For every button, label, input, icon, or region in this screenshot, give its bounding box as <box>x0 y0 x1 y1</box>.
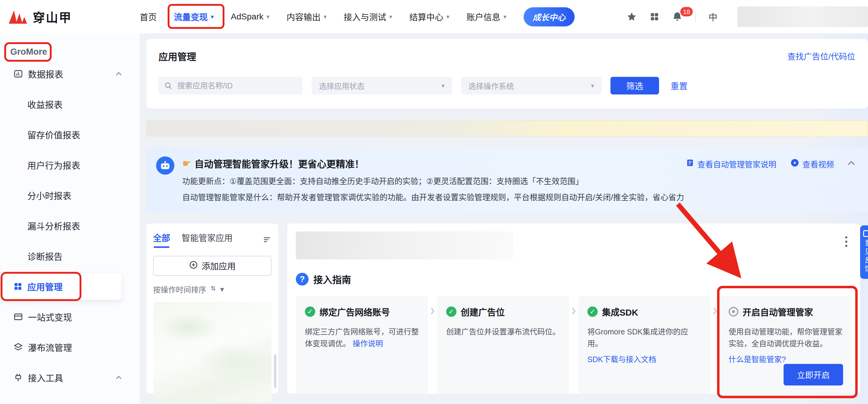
sidebar-item-retention-value-report[interactable]: 留存价值报表 <box>0 119 140 150</box>
integration-guide-header: ? 接入指南 <box>296 272 851 286</box>
nav-item-home[interactable]: 首页 <box>140 11 157 23</box>
reset-button[interactable]: 重置 <box>671 80 688 92</box>
nav-item-account-info[interactable]: 账户信息 ▾ <box>466 11 506 23</box>
star-icon[interactable] <box>626 11 637 22</box>
question-icon: ? <box>296 273 309 285</box>
nav-item-monetization[interactable]: 流量变现 ▾ <box>174 11 214 23</box>
topbar-utilities: 18 中 <box>626 6 868 27</box>
sidebar-item-diagnosis-report[interactable]: 诊断报告 <box>0 241 140 271</box>
chevron-right-icon <box>569 296 578 394</box>
nav-item-content-output[interactable]: 内容输出 ▾ <box>287 11 327 23</box>
plug-icon <box>13 373 23 382</box>
chevron-down-icon: ▾ <box>211 13 214 20</box>
list-filter-icon[interactable] <box>262 235 272 244</box>
chevron-up-icon <box>116 72 122 76</box>
circle-plus-icon <box>189 260 198 272</box>
nav-item-settlement-center[interactable]: 结算中心 ▾ <box>409 11 450 23</box>
play-icon <box>790 158 799 169</box>
banner-links: 查看自动管理管家说明 查看视频 <box>686 158 834 169</box>
pangle-logo[interactable]: 穿山甲 <box>8 8 140 26</box>
chevron-down-icon: ▾ <box>442 82 445 89</box>
sidebar-item-waterfall-management[interactable]: 瀑布流管理 <box>0 332 140 362</box>
step-card-integrate-sdk: ✓ 集成SDK 将Gromore SDK集成进你的应用。 SDK下载与接入文档 <box>578 296 710 394</box>
app-list-panel: 全部 智能管家应用 添加应用 按操作时间排序 <box>146 224 278 394</box>
banner-line-2: 自动管理智能管家是什么：帮助开发者管理管家调优实验的功能。由开发者设置实验管理规… <box>182 191 684 202</box>
guide-title: 接入指南 <box>313 272 351 286</box>
integration-steps: ✓ 绑定广告网络账号 绑定三方广告网络账号，可进行整体变现调优。 操作说明 <box>296 296 851 394</box>
sdk-download-link[interactable]: SDK下载与接入文档 <box>587 355 656 364</box>
nav-item-adspark[interactable]: AdSpark ▾ <box>231 12 269 22</box>
sidebar-item-data-reports[interactable]: 数据报表 <box>0 59 140 89</box>
banner-title: 自动管理智能管家升级！更省心更精准！ <box>194 156 364 170</box>
language-toggle[interactable]: 中 <box>709 10 717 23</box>
operation-guide-link[interactable]: 操作说明 <box>352 339 383 348</box>
chevron-down-icon: ▾ <box>324 13 327 20</box>
step-card-create-adunit: ✓ 创建广告位 创建广告位并设置瀑布流代码位。 <box>437 296 569 394</box>
content-panels: 全部 智能管家应用 添加应用 按操作时间排序 <box>146 224 868 394</box>
robot-icon <box>156 156 174 175</box>
chevron-down-icon: ▾ <box>266 13 269 20</box>
card-icon <box>13 312 23 322</box>
sidebar: GroMore 数据报表 收益报表 留存价值报表 用户行为报表 分小时报表 漏斗… <box>0 33 140 404</box>
feedback-icon <box>863 230 868 237</box>
notice-strip-redacted <box>146 121 868 136</box>
collapse-chevron-icon[interactable] <box>847 161 855 165</box>
sidebar-item-hourly-report[interactable]: 分小时报表 <box>0 180 140 211</box>
pangle-logo-icon <box>8 8 28 26</box>
app-title-redacted <box>296 231 513 259</box>
logo-text: 穿山甲 <box>33 8 72 26</box>
top-navigation-bar: 穿山甲 首页 流量变现 ▾ AdSpark ▾ 内容输出 ▾ 接入与测试 ▾ <box>0 0 868 33</box>
grid-icon <box>13 282 23 291</box>
chevron-up-icon <box>116 375 122 380</box>
chevron-down-icon: ▾ <box>446 13 450 20</box>
list-scrollbar[interactable] <box>274 354 276 388</box>
find-adunit-link[interactable]: 查找广告位/代码位 <box>787 50 855 62</box>
app-root: 穿山甲 首页 流量变现 ▾ AdSpark ▾ 内容输出 ▾ 接入与测试 ▾ <box>0 0 868 404</box>
sort-arrows-icon <box>209 284 217 294</box>
bell-icon[interactable]: 18 <box>672 11 682 22</box>
filter-button[interactable]: 筛选 <box>611 77 659 94</box>
filter-row: 选择应用状态 ▾ 选择操作系统 ▾ 筛选 重置 <box>158 77 855 94</box>
feedback-tab[interactable]: 意见反馈 <box>860 225 868 279</box>
app-list-redacted[interactable] <box>153 302 272 402</box>
document-icon <box>686 159 694 169</box>
chevron-right-icon <box>428 296 437 394</box>
manager-doc-link[interactable]: 查看自动管理管家说明 <box>686 158 776 169</box>
banner-line-1: 功能更新点：①覆盖范围更全面：支持自动推全历史手动开启的实验；②更灵活配置范围：… <box>182 175 684 186</box>
sidebar-item-one-stop-monetization[interactable]: 一站式变现 <box>0 302 140 332</box>
step-card-bind-network: ✓ 绑定广告网络账号 绑定三方广告网络账号，可进行整体变现调优。 操作说明 <box>296 296 428 394</box>
check-circle-icon: ✓ <box>587 307 598 317</box>
banner-text: ☛ 自动管理智能管家升级！更省心更精准！ 功能更新点：①覆盖范围更全面：支持自动… <box>182 156 684 202</box>
sidebar-item-revenue-report[interactable]: 收益报表 <box>0 89 140 119</box>
layers-icon <box>13 342 23 352</box>
sidebar-item-integration-tools[interactable]: 接入工具 <box>0 362 140 393</box>
account-info-redacted[interactable] <box>737 6 868 27</box>
tab-all-apps[interactable]: 全部 <box>153 231 170 248</box>
sidebar-item-funnel-analysis-report[interactable]: 漏斗分析报表 <box>0 211 140 241</box>
pointing-hand-icon: ☛ <box>182 157 191 169</box>
enable-now-button[interactable]: 立即开启 <box>783 364 843 385</box>
kebab-menu-icon[interactable] <box>845 236 847 247</box>
nav-item-integration-testing[interactable]: 接入与测试 ▾ <box>344 11 393 23</box>
apps-grid-icon[interactable] <box>650 12 659 22</box>
radio-pending-icon <box>728 307 738 316</box>
sort-control[interactable]: 按操作时间排序 ▾ <box>153 284 272 294</box>
step-card-enable-smart-manager: 开启自动管理管家 使用自动管理功能，帮你管理管家实验，全自动调优提升收益。 什么… <box>719 296 851 394</box>
primary-nav: 首页 流量变现 ▾ AdSpark ▾ 内容输出 ▾ 接入与测试 ▾ 结算中心 … <box>140 7 575 26</box>
watch-video-link[interactable]: 查看视频 <box>790 158 834 169</box>
os-select[interactable]: 选择操作系统 ▾ <box>461 77 601 94</box>
add-app-button[interactable]: 添加应用 <box>153 256 272 276</box>
notification-badge: 18 <box>679 6 694 17</box>
check-circle-icon: ✓ <box>446 307 457 317</box>
sidebar-item-app-management[interactable]: 应用管理 <box>3 273 122 300</box>
page-body: GroMore 数据报表 收益报表 留存价值报表 用户行为报表 分小时报表 漏斗… <box>0 33 868 404</box>
search-input[interactable] <box>158 77 303 94</box>
chevron-down-icon: ▾ <box>220 285 224 294</box>
app-list-tabs: 全部 智能管家应用 <box>153 231 272 248</box>
sidebar-item-user-behavior-report[interactable]: 用户行为报表 <box>0 150 140 180</box>
what-is-smart-manager-link[interactable]: 什么是智能管家? <box>728 355 786 364</box>
growth-center-button[interactable]: 成长中心 <box>524 7 575 26</box>
app-status-select[interactable]: 选择应用状态 ▾ <box>312 77 452 94</box>
check-circle-icon: ✓ <box>305 307 315 317</box>
tab-smart-manager-apps[interactable]: 智能管家应用 <box>182 231 232 248</box>
